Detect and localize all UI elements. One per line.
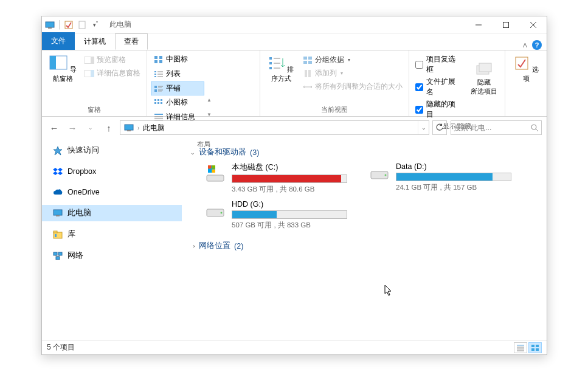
- layout-tiles[interactable]: 平铺: [151, 81, 204, 95]
- svg-rect-13: [91, 70, 94, 77]
- status-bar: 5 个项目: [42, 340, 547, 354]
- svg-rect-20: [154, 74, 156, 75]
- layout-list[interactable]: 列表: [151, 67, 204, 81]
- content-area[interactable]: ⌄ 设备和驱动器 (3) 本地磁盘 (C:) 3.43 GB 可用 , 共 80…: [182, 139, 547, 340]
- drive-name: HDD (G:): [232, 200, 350, 210]
- network-icon: [53, 251, 63, 261]
- search-placeholder: 搜索"此电...: [454, 123, 528, 133]
- svg-rect-91: [536, 348, 539, 351]
- properties-icon[interactable]: [63, 19, 74, 30]
- svg-rect-53: [308, 61, 312, 64]
- qat-dropdown-icon[interactable]: ▾=: [90, 19, 101, 30]
- drive-usage-bar: [232, 174, 347, 183]
- svg-rect-2: [65, 21, 72, 29]
- minimize-button[interactable]: [465, 16, 492, 33]
- section-devices[interactable]: ⌄ 设备和驱动器 (3): [190, 145, 538, 162]
- svg-rect-88: [531, 345, 534, 347]
- breadcrumb-this-pc[interactable]: 此电脑: [139, 123, 168, 133]
- drive-name: Data (D:): [396, 162, 514, 173]
- drive-space-text: 24.1 GB 可用 , 共 157 GB: [396, 181, 514, 192]
- drive-item[interactable]: Data (D:) 24.1 GB 可用 , 共 157 GB: [368, 162, 514, 194]
- svg-point-81: [385, 174, 387, 176]
- drive-item[interactable]: 本地磁盘 (C:) 3.43 GB 可用 , 共 80.6 GB: [204, 162, 350, 194]
- maximize-button[interactable]: [492, 16, 519, 33]
- svg-rect-32: [161, 99, 162, 101]
- search-icon: [531, 124, 539, 132]
- expand-icon[interactable]: ⌄: [190, 244, 196, 249]
- drive-icon: [368, 162, 391, 185]
- dropbox-icon: [53, 167, 63, 176]
- sidebar-item-dropbox[interactable]: Dropbox: [42, 164, 182, 179]
- close-button[interactable]: [519, 16, 547, 33]
- size-columns-button[interactable]: 将所有列调整为合适的大小: [300, 80, 405, 93]
- sidebar-item-label: Dropbox: [67, 167, 96, 176]
- preview-pane-button[interactable]: 预览窗格: [82, 53, 143, 66]
- search-box[interactable]: 搜索"此电...: [451, 120, 542, 135]
- layout-medium-icons[interactable]: 中图标: [151, 52, 204, 66]
- sidebar-item-onedrive[interactable]: OneDrive: [42, 184, 182, 200]
- sidebar-item-star[interactable]: 快速访问: [42, 142, 182, 159]
- sidebar-item-label: 此电脑: [67, 208, 91, 218]
- drive-usage-bar: [232, 210, 347, 219]
- layout-small-icons[interactable]: 小图标: [151, 95, 207, 109]
- add-columns-button[interactable]: 添加列▾: [300, 67, 405, 80]
- tab-file[interactable]: 文件: [42, 32, 75, 50]
- navigation-pane-button[interactable]: 导航窗格: [46, 52, 80, 86]
- status-item-count: 5 个项目: [47, 342, 75, 353]
- libraries-icon: [53, 230, 63, 240]
- svg-rect-51: [308, 57, 312, 60]
- svg-rect-3: [79, 21, 85, 29]
- drive-icon: [204, 200, 227, 223]
- collapse-icon[interactable]: ⌄: [190, 150, 195, 156]
- svg-rect-78: [208, 170, 212, 173]
- navigation-tree: 快速访问DropboxOneDrive此电脑库网络: [42, 139, 182, 340]
- item-checkboxes-toggle[interactable]: 项目复选框: [413, 53, 465, 75]
- refresh-button[interactable]: [432, 120, 447, 135]
- sidebar-item-libraries[interactable]: 库: [42, 226, 182, 243]
- tab-computer[interactable]: 计算机: [75, 33, 115, 50]
- svg-rect-68: [55, 234, 57, 237]
- svg-rect-79: [212, 170, 216, 173]
- ribbon: 导航窗格 预览窗格 详细信息窗格 窗格 中图标 列表 平铺 小图标: [42, 50, 547, 117]
- pc-icon: [53, 209, 63, 218]
- blank-doc-icon[interactable]: [77, 19, 88, 30]
- sidebar-item-network[interactable]: 网络: [42, 247, 182, 264]
- navigation-bar: ← → ⌄ ↑ › 此电脑 ⌄ 搜索"此电...: [42, 117, 547, 139]
- forward-button[interactable]: →: [65, 120, 80, 135]
- address-pc-icon[interactable]: [120, 124, 137, 131]
- tiles-view-button[interactable]: [528, 342, 542, 353]
- address-dropdown-icon[interactable]: ⌄: [418, 121, 429, 134]
- section-network-locations[interactable]: ⌄ 网络位置 (2): [190, 238, 538, 256]
- sidebar-item-label: 库: [67, 229, 75, 240]
- tab-view[interactable]: 查看: [115, 33, 148, 50]
- drive-space-text: 3.43 GB 可用 , 共 80.6 GB: [232, 183, 350, 194]
- collapse-ribbon-icon[interactable]: ᐱ: [523, 42, 527, 49]
- layout-scroll-up-icon[interactable]: ▲: [207, 97, 215, 103]
- options-button[interactable]: 选项: [509, 52, 543, 86]
- sidebar-item-pc[interactable]: 此电脑: [42, 205, 182, 221]
- svg-point-62: [531, 125, 536, 129]
- drive-item[interactable]: HDD (G:) 507 GB 可用 , 共 833 GB: [204, 200, 350, 230]
- svg-line-63: [536, 129, 538, 131]
- group-by-button[interactable]: 分组依据▾: [300, 53, 405, 66]
- file-extensions-toggle[interactable]: 文件扩展名: [413, 76, 465, 98]
- svg-rect-61: [127, 130, 131, 131]
- svg-rect-22: [154, 76, 156, 77]
- help-icon[interactable]: ?: [532, 40, 542, 50]
- back-button[interactable]: ←: [47, 120, 61, 135]
- pc-icon: [44, 19, 55, 30]
- svg-rect-65: [56, 215, 60, 216]
- svg-rect-64: [54, 210, 62, 215]
- address-bar[interactable]: › 此电脑 ⌄: [120, 120, 429, 135]
- group-label-panes: 窗格: [46, 104, 143, 116]
- hide-selected-button[interactable]: 隐藏 所选项目: [468, 52, 501, 98]
- svg-rect-17: [159, 60, 162, 63]
- up-button[interactable]: ↑: [102, 120, 116, 135]
- details-view-button[interactable]: [514, 342, 527, 353]
- details-pane-button[interactable]: 详细信息窗格: [82, 67, 143, 80]
- history-dropdown[interactable]: ⌄: [83, 120, 98, 135]
- svg-rect-35: [161, 102, 162, 104]
- sort-by-button[interactable]: 排序方式: [264, 52, 298, 86]
- ribbon-tabs: 文件 计算机 查看 ᐱ ?: [42, 33, 547, 50]
- svg-rect-1: [48, 27, 52, 29]
